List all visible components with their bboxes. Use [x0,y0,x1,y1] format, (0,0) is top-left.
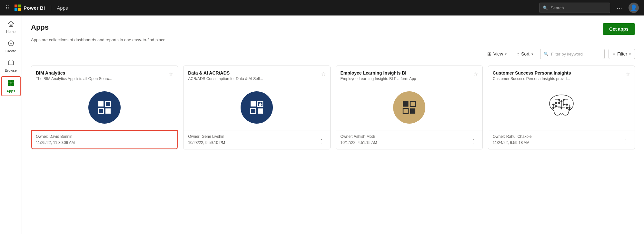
svg-rect-15 [258,108,263,114]
sidebar-item-browse[interactable]: Browse [1,57,21,75]
avatar-icon: 👤 [630,4,637,11]
sort-button[interactable]: ↕ Sort ▾ [514,49,536,58]
customer-more-button[interactable]: ⋮ [622,137,630,146]
employee-owner: Owner: Ashish Modi 10/17/22, 4:51:15 AM [341,134,377,146]
svg-rect-19 [410,108,415,114]
page-subtitle: Apps are collections of dashboards and r… [31,37,635,42]
sort-chevron-icon: ▾ [531,52,533,56]
app-card-bim[interactable]: BIM Analytics The BIM Analytics App list… [31,66,178,149]
customer-owner: Owner: Rahul Chakole 11/24/22, 6:59:18 A… [493,134,532,146]
data-ai-header: Data & AI ACR/ADS ACR/ADS Consumption fo… [183,66,330,85]
data-ai-more-button[interactable]: ⋮ [317,137,326,146]
bim-owner-name: Owner: David Bonnin [36,134,75,140]
filter-search-icon: 🔍 [544,52,549,56]
svg-point-48 [552,107,554,108]
sidebar-item-apps[interactable]: Apps [1,76,21,96]
page-title-block: Apps [31,23,49,32]
data-ai-owner: Owner: Gene Livshin 10/23/22, 9:59:10 PM [188,134,225,146]
svg-rect-18 [403,108,408,114]
view-grid-icon: ⊞ [487,51,491,57]
filter-keyword-input[interactable]: 🔍 Filter by keyword [540,49,605,59]
sidebar-item-create[interactable]: Create [1,37,21,56]
svg-point-38 [558,102,560,104]
employee-name: Employee Learning Insights BI [341,70,471,76]
data-ai-desc: ACR/ADS Consumption for Data & AI Sell..… [188,76,318,82]
topbar-separator: | [50,5,52,11]
svg-rect-7 [11,83,14,86]
search-placeholder: Search [550,5,564,10]
get-apps-button[interactable]: Get apps [603,23,635,35]
svg-rect-5 [11,80,14,83]
svg-rect-6 [8,83,11,86]
app-card-employee[interactable]: Employee Learning Insights BI Employee L… [336,66,483,149]
bim-owner: Owner: David Bonnin 11/25/22, 11:30:06 A… [36,134,75,146]
bim-more-button[interactable]: ⋮ [165,137,173,146]
home-icon [8,21,14,29]
topbar: ⠿ Power BI | Apps 🔍 Search ··· 👤 [0,0,644,15]
more-options-icon[interactable]: ··· [614,3,625,13]
bim-desc: The BIM Analytics App lists all Open Sou… [36,76,166,82]
view-label: View [493,51,503,56]
employee-date: 10/17/22, 4:51:15 AM [341,140,377,146]
svg-rect-16 [403,101,408,107]
svg-point-40 [555,105,557,107]
svg-point-42 [563,104,564,105]
svg-point-45 [560,100,562,102]
apps-grid: BIM Analytics The BIM Analytics App list… [31,66,635,149]
bim-icon-area [31,85,178,130]
sidebar: Home Create Browse [0,15,22,234]
search-box[interactable]: 🔍 Search [539,3,610,13]
customer-header: Customer Success Persona Insights Custom… [488,66,635,85]
svg-rect-12 [251,101,256,107]
browse-label: Browse [5,68,17,72]
svg-point-39 [555,102,557,104]
bim-footer: Owner: David Bonnin 11/25/22, 11:30:06 A… [31,130,178,149]
apps-label: Apps [6,89,15,93]
svg-point-43 [566,104,568,105]
svg-rect-11 [105,108,111,114]
svg-point-50 [569,108,570,110]
ms-logo-icon [15,5,21,11]
employee-icon-area [336,85,482,130]
brand-name: Power BI [24,5,45,11]
sidebar-item-home[interactable]: Home [1,18,21,36]
grid-menu-icon[interactable]: ⠿ [5,4,9,11]
employee-star-icon[interactable]: ☆ [473,71,478,77]
avatar[interactable]: 👤 [629,3,639,13]
data-ai-footer: Owner: Gene Livshin 10/23/22, 9:59:10 PM… [183,130,330,149]
svg-point-41 [563,99,564,100]
view-button[interactable]: ⊞ View ▾ [484,49,510,59]
svg-rect-3 [8,61,14,65]
data-ai-circle-icon [241,91,273,124]
customer-star-icon[interactable]: ☆ [626,71,630,77]
customer-icon-area [488,85,635,124]
filter-label: Filter [617,51,627,56]
main-content: Apps Get apps Apps are collections of da… [22,15,644,234]
employee-owner-name: Owner: Ashish Modi [341,134,377,140]
customer-footer: Owner: Rahul Chakole 11/24/22, 6:59:18 A… [488,130,635,149]
svg-rect-9 [105,101,111,107]
home-label: Home [6,30,15,34]
bim-name: BIM Analytics [36,70,166,76]
topbar-section: Apps [57,5,68,11]
employee-desc: Employee Learning Insights BI Platform A… [341,76,471,82]
svg-point-44 [566,107,568,108]
bim-star-icon[interactable]: ☆ [169,71,173,77]
data-ai-star-icon[interactable]: ☆ [321,71,326,77]
employee-more-button[interactable]: ⋮ [470,137,478,146]
svg-rect-17 [410,101,415,107]
app-card-customer[interactable]: Customer Success Persona Insights Custom… [488,66,635,149]
filter-icon: ≡ [613,51,615,56]
customer-date: 11/24/22, 6:59:18 AM [493,140,532,146]
customer-desc: Customer Success Persona Insights provid… [493,76,623,82]
filter-button[interactable]: ≡ Filter ▾ [609,49,635,59]
svg-rect-8 [98,101,104,107]
search-icon: 🔍 [543,5,548,10]
apps-icon [7,79,15,88]
svg-point-46 [560,107,562,108]
browse-icon [8,59,14,67]
app-card-data-ai[interactable]: Data & AI ACR/ADS ACR/ADS Consumption fo… [183,66,330,149]
employee-footer: Owner: Ashish Modi 10/17/22, 4:51:15 AM … [336,130,482,149]
create-label: Create [5,49,16,53]
circuit-brain-icon [544,90,579,119]
